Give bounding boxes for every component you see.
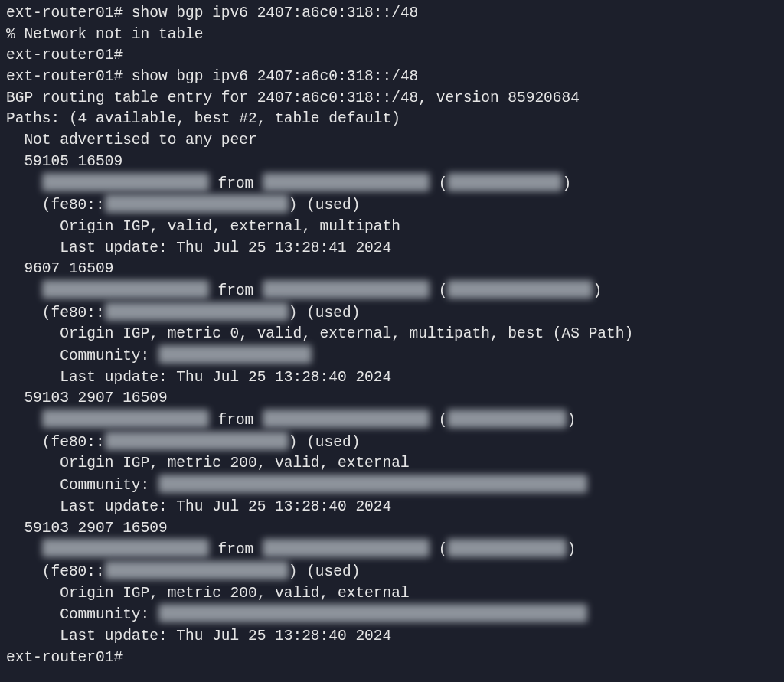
terminal-line: (fe80::) (used)	[6, 194, 778, 217]
indent	[6, 197, 42, 214]
indent	[6, 153, 24, 170]
text-segment: )	[567, 412, 576, 429]
text-segment: (fe80::	[42, 434, 105, 451]
redacted-segment	[158, 345, 312, 364]
terminal-line: Community:	[6, 475, 778, 497]
terminal-line: Last update: Thu Jul 25 13:28:41 2024	[6, 238, 778, 259]
redacted-segment	[105, 432, 289, 450]
redacted-segment	[105, 302, 289, 321]
indent	[6, 175, 42, 192]
terminal-line: ext-router01# show bgp ipv6 2407:a6c0:31…	[6, 3, 778, 24]
indent	[6, 477, 60, 494]
text-segment: ) (used)	[289, 305, 361, 321]
indent	[6, 325, 60, 342]
terminal-line: ext-router01# show bgp ipv6 2407:a6c0:31…	[6, 67, 778, 88]
text-segment: % Network not in table	[6, 26, 203, 43]
indent	[6, 348, 60, 364]
terminal-line: from ()	[6, 539, 778, 561]
text-segment: (	[430, 412, 447, 429]
terminal-line: % Network not in table	[6, 24, 778, 46]
redacted-segment	[42, 280, 209, 299]
redacted-segment	[42, 539, 209, 557]
redacted-segment	[263, 539, 430, 557]
text-segment: ) (used)	[289, 434, 361, 451]
text-segment: Last update: Thu Jul 25 13:28:41 2024	[60, 240, 391, 256]
terminal-line: (fe80::) (used)	[6, 302, 778, 325]
indent	[6, 390, 24, 406]
terminal-line: Last update: Thu Jul 25 13:28:40 2024	[6, 497, 778, 518]
text-segment: )	[562, 175, 571, 192]
indent	[6, 563, 42, 580]
text-segment: )	[567, 541, 576, 558]
text-segment: Community:	[60, 606, 158, 623]
redacted-segment	[447, 280, 593, 299]
text-segment: show bgp ipv6 2407:a6c0:318::/48	[132, 68, 418, 85]
text-segment: ext-router01#	[6, 5, 122, 21]
indent	[6, 260, 24, 277]
indent	[6, 240, 60, 256]
terminal-line: 59103 2907 16509	[6, 518, 778, 540]
terminal-line: Origin IGP, valid, external, multipath	[6, 217, 778, 238]
indent	[6, 520, 24, 537]
redacted-segment	[42, 173, 209, 191]
text-segment: 59105 16509	[24, 153, 122, 170]
indent	[6, 412, 42, 429]
text-segment	[122, 5, 132, 21]
redacted-segment	[447, 173, 562, 191]
text-segment: ext-router01#	[6, 649, 122, 666]
terminal-line: from ()	[6, 410, 778, 432]
indent	[6, 282, 42, 299]
indent	[6, 455, 60, 472]
text-segment: (fe80::	[42, 305, 105, 321]
text-segment: Origin IGP, valid, external, multipath	[60, 218, 400, 235]
text-segment: Origin IGP, metric 200, valid, external	[60, 585, 409, 602]
terminal-line: Community:	[6, 604, 778, 626]
text-segment: BGP routing table entry for 2407:a6c0:31…	[6, 90, 580, 106]
indent	[6, 369, 60, 386]
text-segment: from	[209, 282, 263, 299]
text-segment: Last update: Thu Jul 25 13:28:40 2024	[60, 498, 391, 515]
text-segment: Community:	[60, 477, 158, 494]
redacted-segment	[42, 410, 209, 428]
text-segment: Paths: (4 available, best #2, table defa…	[6, 110, 400, 127]
text-segment: Origin IGP, metric 0, valid, external, m…	[60, 325, 633, 342]
terminal-line: (fe80::) (used)	[6, 561, 778, 583]
terminal-line: Paths: (4 available, best #2, table defa…	[6, 109, 778, 130]
redacted-segment	[447, 410, 567, 428]
text-segment: )	[593, 282, 602, 299]
terminal-line: 59103 2907 16509	[6, 388, 778, 410]
terminal-output[interactable]: ext-router01# show bgp ipv6 2407:a6c0:31…	[0, 0, 784, 668]
indent	[6, 305, 42, 321]
text-segment: ) (used)	[289, 563, 361, 580]
redacted-segment	[105, 194, 289, 213]
terminal-line: Last update: Thu Jul 25 13:28:40 2024	[6, 626, 778, 648]
terminal-line: ext-router01#	[6, 45, 778, 67]
text-segment: 9607 16509	[24, 260, 113, 277]
text-segment: 59103 2907 16509	[24, 390, 167, 406]
terminal-line: Community:	[6, 345, 778, 367]
terminal-line: from ()	[6, 173, 778, 195]
redacted-segment	[263, 410, 430, 428]
terminal-line: Origin IGP, metric 200, valid, external	[6, 453, 778, 475]
text-segment: (	[430, 282, 447, 299]
terminal-line: Origin IGP, metric 0, valid, external, m…	[6, 324, 778, 345]
terminal-line: Origin IGP, metric 200, valid, external	[6, 583, 778, 605]
text-segment: ext-router01#	[6, 68, 122, 85]
terminal-line: from ()	[6, 280, 778, 302]
redacted-segment	[158, 475, 587, 493]
indent	[6, 585, 60, 602]
text-segment: ext-router01#	[6, 47, 122, 64]
indent	[6, 498, 60, 515]
terminal-line: (fe80::) (used)	[6, 432, 778, 454]
text-segment: (	[430, 175, 447, 192]
terminal-line: 59105 16509	[6, 152, 778, 173]
terminal-line: Not advertised to any peer	[6, 130, 778, 152]
text-segment: from	[209, 412, 263, 429]
redacted-segment	[447, 539, 567, 557]
indent	[6, 628, 60, 644]
text-segment: Community:	[60, 348, 158, 364]
text-segment: (	[430, 541, 447, 558]
terminal-line: BGP routing table entry for 2407:a6c0:31…	[6, 88, 778, 109]
text-segment	[122, 68, 132, 85]
text-segment: Last update: Thu Jul 25 13:28:40 2024	[60, 628, 391, 644]
